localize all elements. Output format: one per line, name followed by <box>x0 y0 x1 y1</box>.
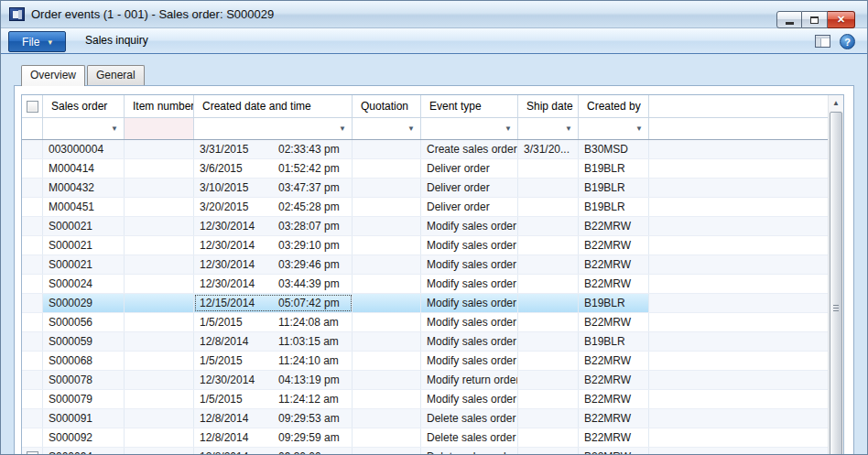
cell-ship-date[interactable] <box>518 236 579 255</box>
minimize-button[interactable] <box>776 11 802 28</box>
cell-ship-date[interactable] <box>518 179 579 197</box>
row-select-cell[interactable] <box>22 313 43 331</box>
cell-quotation[interactable] <box>353 332 421 351</box>
row-select-cell[interactable] <box>22 352 43 370</box>
cell-created-datetime[interactable]: 12/30/201403:29:46 pm <box>194 255 353 274</box>
column-header-ship-date[interactable]: Ship date <box>518 95 579 117</box>
table-row[interactable]: S00002912/15/201405:07:42 pmModify sales… <box>22 294 828 313</box>
cell-item-number[interactable] <box>125 294 194 312</box>
vertical-scrollbar[interactable]: ▲ <box>828 95 843 455</box>
row-select-cell[interactable] <box>22 448 43 455</box>
cell-ship-date[interactable] <box>518 371 579 389</box>
cell-quotation[interactable] <box>353 409 421 428</box>
cell-quotation[interactable] <box>353 352 421 370</box>
table-row[interactable]: S00007812/30/201404:13:19 pmModify retur… <box>22 371 828 390</box>
row-select-cell[interactable] <box>22 217 43 235</box>
cell-item-number[interactable] <box>125 390 194 408</box>
cell-created-by[interactable]: B22MRW <box>579 275 649 293</box>
cell-sales-order[interactable]: S000059 <box>43 332 125 351</box>
cell-sales-order[interactable]: S000078 <box>43 371 125 389</box>
cell-item-number[interactable] <box>125 332 194 351</box>
cell-quotation[interactable] <box>353 236 421 255</box>
cell-item-number[interactable] <box>125 198 194 216</box>
cell-created-datetime[interactable]: 3/10/201503:47:37 pm <box>194 179 353 197</box>
cell-ship-date[interactable]: 3/31/20... <box>518 140 579 158</box>
cell-created-by[interactable]: B19BLR <box>579 179 649 197</box>
column-header-created-by[interactable]: Created by <box>579 95 649 117</box>
cell-sales-order[interactable]: S000024 <box>43 275 125 293</box>
cell-quotation[interactable] <box>353 428 421 447</box>
cell-filler[interactable] <box>649 409 828 428</box>
table-row[interactable]: S00005912/8/201411:03:15 amModify sales … <box>22 332 828 352</box>
row-select-cell[interactable] <box>22 159 43 178</box>
filter-quotation[interactable]: ▼ <box>353 118 421 139</box>
select-all-checkbox[interactable] <box>27 101 38 113</box>
close-button[interactable]: ✕ <box>828 11 855 28</box>
cell-event-type[interactable]: Modify sales order <box>421 217 518 235</box>
row-select-cell[interactable] <box>22 390 43 408</box>
cell-ship-date[interactable] <box>518 390 579 408</box>
column-header-event-type[interactable]: Event type <box>421 95 518 117</box>
table-row[interactable]: M0004513/20/201502:45:28 pmDeliver order… <box>22 198 828 217</box>
cell-event-type[interactable]: Modify sales order <box>421 332 518 351</box>
table-row[interactable]: M0004323/10/201503:47:37 pmDeliver order… <box>22 179 828 198</box>
column-header-created-datetime[interactable]: Created date and time <box>194 95 353 117</box>
row-select-cell[interactable] <box>22 275 43 293</box>
table-row[interactable]: S0000681/5/201511:24:10 amModify sales o… <box>22 352 828 371</box>
cell-created-datetime[interactable]: 3/6/201501:52:42 pm <box>194 159 353 178</box>
cell-created-datetime[interactable]: 12/30/201403:44:39 pm <box>194 275 353 293</box>
row-select-cell[interactable] <box>22 140 43 158</box>
select-all-cell[interactable] <box>22 95 43 117</box>
cell-event-type[interactable]: Modify sales order <box>421 236 518 255</box>
cell-ship-date[interactable] <box>518 198 579 216</box>
cell-item-number[interactable] <box>125 140 194 158</box>
cell-created-by[interactable]: B22MRW <box>579 236 649 255</box>
cell-created-by[interactable]: B19BLR <box>579 198 649 216</box>
file-menu-button[interactable]: File ▾ <box>8 31 66 52</box>
cell-quotation[interactable] <box>353 371 421 389</box>
restore-button[interactable] <box>802 11 828 28</box>
table-row[interactable]: S00002412/30/201403:44:39 pmModify sales… <box>22 275 828 294</box>
cell-item-number[interactable] <box>125 159 194 178</box>
filter-event-type[interactable]: ▼ <box>421 118 518 139</box>
cell-quotation[interactable] <box>353 159 421 178</box>
row-checkbox[interactable] <box>27 451 38 455</box>
filter-dropdown-icon[interactable]: ▼ <box>635 125 643 133</box>
row-select-cell[interactable] <box>22 332 43 351</box>
cell-item-number[interactable] <box>125 179 194 197</box>
cell-created-by[interactable]: B22MRW <box>579 217 649 235</box>
tab-overview[interactable]: Overview <box>21 65 85 86</box>
cell-created-by[interactable]: B19BLR <box>579 159 649 178</box>
cell-created-datetime[interactable]: 12/30/201403:28:07 pm <box>194 217 353 235</box>
cell-event-type[interactable]: Create sales order <box>421 140 518 158</box>
cell-filler[interactable] <box>649 352 828 370</box>
table-row[interactable]: S00009412/8/201409:30:00 amDelete sales … <box>22 448 828 455</box>
cell-created-by[interactable]: B19BLR <box>579 332 649 351</box>
layout-panes-icon[interactable] <box>815 35 830 48</box>
cell-created-datetime[interactable]: 3/20/201502:45:28 pm <box>194 198 353 216</box>
cell-ship-date[interactable] <box>518 159 579 178</box>
row-select-cell[interactable] <box>22 371 43 389</box>
table-row[interactable]: S0000791/5/201511:24:12 amModify sales o… <box>22 390 828 409</box>
filter-dropdown-icon[interactable]: ▼ <box>505 125 512 133</box>
cell-event-type[interactable]: Modify sales order <box>421 390 518 408</box>
cell-created-by[interactable]: B22MRW <box>579 428 649 447</box>
filter-dropdown-icon[interactable]: ▼ <box>111 125 118 133</box>
help-icon[interactable]: ? <box>840 34 855 49</box>
cell-ship-date[interactable] <box>518 217 579 235</box>
cell-filler[interactable] <box>649 236 828 255</box>
cell-quotation[interactable] <box>353 198 421 216</box>
title-bar[interactable]: Order events (1 - 001) - Sales order: S0… <box>1 1 867 28</box>
cell-quotation[interactable] <box>353 390 421 408</box>
cell-sales-order[interactable]: S000094 <box>43 448 125 455</box>
cell-created-by[interactable]: B22MRW <box>579 255 649 274</box>
cell-event-type[interactable]: Modify return order <box>421 371 518 389</box>
cell-filler[interactable] <box>649 313 828 331</box>
row-select-cell[interactable] <box>22 236 43 255</box>
filter-created-datetime[interactable]: ▼ <box>194 118 353 139</box>
row-select-cell[interactable] <box>22 294 43 312</box>
cell-filler[interactable] <box>649 390 828 408</box>
cell-created-datetime[interactable]: 12/30/201403:29:10 pm <box>194 236 353 255</box>
cell-filler[interactable] <box>649 159 828 178</box>
cell-ship-date[interactable] <box>518 313 579 331</box>
